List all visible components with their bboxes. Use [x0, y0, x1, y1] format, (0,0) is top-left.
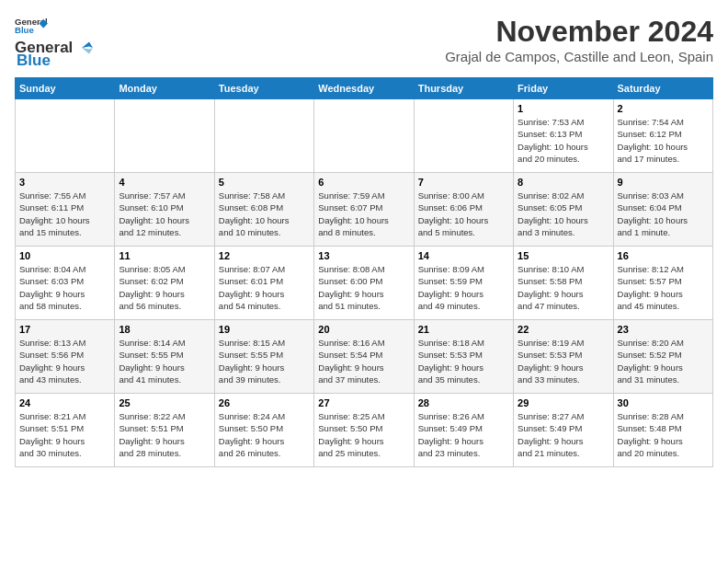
logo-bird-icon [74, 40, 97, 56]
day-number: 23 [618, 324, 709, 335]
calendar-cell: 22Sunrise: 8:19 AM Sunset: 5:53 PM Dayli… [514, 320, 613, 394]
day-info: Sunrise: 8:14 AM Sunset: 5:55 PM Dayligh… [119, 337, 210, 385]
day-number: 7 [418, 177, 509, 188]
day-info: Sunrise: 8:26 AM Sunset: 5:49 PM Dayligh… [418, 410, 509, 459]
calendar-cell: 11Sunrise: 8:05 AM Sunset: 6:02 PM Dayli… [115, 247, 214, 320]
day-info: Sunrise: 7:53 AM Sunset: 6:13 PM Dayligh… [518, 116, 609, 165]
month-title: November 2024 [445, 15, 713, 49]
calendar-day-header: Sunday [16, 78, 115, 99]
day-number: 5 [219, 177, 310, 188]
day-info: Sunrise: 8:13 AM Sunset: 5:56 PM Dayligh… [19, 337, 110, 385]
calendar-cell: 28Sunrise: 8:26 AM Sunset: 5:49 PM Dayli… [414, 394, 513, 467]
calendar-day-header: Tuesday [214, 78, 313, 99]
calendar-cell [414, 99, 513, 173]
day-number: 18 [119, 324, 210, 335]
logo-icon: General Blue [15, 15, 48, 37]
day-number: 16 [618, 250, 709, 261]
location-subtitle: Grajal de Campos, Castille and Leon, Spa… [445, 49, 713, 64]
calendar-cell: 15Sunrise: 8:10 AM Sunset: 5:58 PM Dayli… [514, 247, 613, 320]
day-number: 12 [219, 250, 310, 261]
day-info: Sunrise: 8:02 AM Sunset: 6:05 PM Dayligh… [518, 190, 609, 238]
day-info: Sunrise: 8:24 AM Sunset: 5:50 PM Dayligh… [219, 410, 310, 459]
calendar-cell: 1Sunrise: 7:53 AM Sunset: 6:13 PM Daylig… [514, 99, 613, 173]
calendar-cell: 7Sunrise: 8:00 AM Sunset: 6:06 PM Daylig… [414, 173, 513, 247]
day-info: Sunrise: 8:09 AM Sunset: 5:59 PM Dayligh… [418, 263, 509, 312]
calendar-week-row: 10Sunrise: 8:04 AM Sunset: 6:03 PM Dayli… [16, 247, 713, 320]
day-number: 17 [19, 324, 110, 335]
day-info: Sunrise: 8:28 AM Sunset: 5:48 PM Dayligh… [618, 410, 709, 459]
svg-text:Blue: Blue [15, 25, 34, 35]
day-number: 8 [518, 177, 609, 188]
calendar-day-header: Friday [514, 78, 613, 99]
calendar-cell: 27Sunrise: 8:25 AM Sunset: 5:50 PM Dayli… [314, 394, 414, 467]
calendar-week-row: 17Sunrise: 8:13 AM Sunset: 5:56 PM Dayli… [16, 320, 713, 394]
calendar-cell: 12Sunrise: 8:07 AM Sunset: 6:01 PM Dayli… [214, 247, 313, 320]
calendar-day-header: Monday [115, 78, 214, 99]
calendar-week-row: 24Sunrise: 8:21 AM Sunset: 5:51 PM Dayli… [16, 394, 713, 467]
calendar-week-row: 3Sunrise: 7:55 AM Sunset: 6:11 PM Daylig… [16, 173, 713, 247]
calendar-cell: 17Sunrise: 8:13 AM Sunset: 5:56 PM Dayli… [16, 320, 115, 394]
svg-marker-4 [82, 48, 93, 53]
calendar-cell [214, 99, 313, 173]
calendar-cell: 20Sunrise: 8:16 AM Sunset: 5:54 PM Dayli… [314, 320, 414, 394]
calendar-cell: 3Sunrise: 7:55 AM Sunset: 6:11 PM Daylig… [16, 173, 115, 247]
title-block: November 2024 Grajal de Campos, Castille… [445, 15, 713, 64]
day-number: 19 [219, 324, 310, 335]
calendar-table: SundayMondayTuesdayWednesdayThursdayFrid… [15, 77, 713, 467]
day-info: Sunrise: 8:19 AM Sunset: 5:53 PM Dayligh… [518, 337, 609, 385]
calendar-cell [314, 99, 414, 173]
day-info: Sunrise: 8:25 AM Sunset: 5:50 PM Dayligh… [318, 410, 409, 459]
day-number: 26 [219, 397, 310, 408]
day-info: Sunrise: 8:05 AM Sunset: 6:02 PM Dayligh… [119, 263, 210, 312]
calendar-cell: 23Sunrise: 8:20 AM Sunset: 5:52 PM Dayli… [613, 320, 712, 394]
calendar-cell: 30Sunrise: 8:28 AM Sunset: 5:48 PM Dayli… [613, 394, 712, 467]
calendar-cell: 8Sunrise: 8:02 AM Sunset: 6:05 PM Daylig… [514, 173, 613, 247]
calendar-cell: 5Sunrise: 7:58 AM Sunset: 6:08 PM Daylig… [214, 173, 313, 247]
day-number: 14 [418, 250, 509, 261]
day-info: Sunrise: 7:58 AM Sunset: 6:08 PM Dayligh… [219, 190, 310, 238]
calendar-cell: 21Sunrise: 8:18 AM Sunset: 5:53 PM Dayli… [414, 320, 513, 394]
calendar-cell: 29Sunrise: 8:27 AM Sunset: 5:49 PM Dayli… [514, 394, 613, 467]
day-info: Sunrise: 8:22 AM Sunset: 5:51 PM Dayligh… [119, 410, 210, 459]
day-info: Sunrise: 8:21 AM Sunset: 5:51 PM Dayligh… [19, 410, 110, 459]
day-info: Sunrise: 8:20 AM Sunset: 5:52 PM Dayligh… [618, 337, 709, 385]
calendar-cell: 18Sunrise: 8:14 AM Sunset: 5:55 PM Dayli… [115, 320, 214, 394]
calendar-day-header: Saturday [613, 78, 712, 99]
day-info: Sunrise: 7:57 AM Sunset: 6:10 PM Dayligh… [119, 190, 210, 238]
calendar-cell: 16Sunrise: 8:12 AM Sunset: 5:57 PM Dayli… [613, 247, 712, 320]
day-info: Sunrise: 7:54 AM Sunset: 6:12 PM Dayligh… [618, 116, 709, 165]
day-info: Sunrise: 8:08 AM Sunset: 6:00 PM Dayligh… [318, 263, 409, 312]
day-info: Sunrise: 8:27 AM Sunset: 5:49 PM Dayligh… [518, 410, 609, 459]
day-number: 4 [119, 177, 210, 188]
day-info: Sunrise: 8:07 AM Sunset: 6:01 PM Dayligh… [219, 263, 310, 312]
calendar-day-header: Thursday [414, 78, 513, 99]
calendar-cell: 24Sunrise: 8:21 AM Sunset: 5:51 PM Dayli… [16, 394, 115, 467]
day-number: 2 [618, 103, 709, 114]
day-info: Sunrise: 8:00 AM Sunset: 6:06 PM Dayligh… [418, 190, 509, 238]
day-number: 20 [318, 324, 409, 335]
calendar-cell [16, 99, 115, 173]
logo: General Blue General Blue [15, 15, 98, 70]
day-number: 25 [119, 397, 210, 408]
calendar-cell: 4Sunrise: 7:57 AM Sunset: 6:10 PM Daylig… [115, 173, 214, 247]
calendar-header-row: SundayMondayTuesdayWednesdayThursdayFrid… [16, 78, 713, 99]
day-number: 11 [119, 250, 210, 261]
page-header: General Blue General Blue November 2024 … [15, 15, 713, 70]
calendar-week-row: 1Sunrise: 7:53 AM Sunset: 6:13 PM Daylig… [16, 99, 713, 173]
calendar-cell [115, 99, 214, 173]
calendar-day-header: Wednesday [314, 78, 414, 99]
day-info: Sunrise: 8:10 AM Sunset: 5:58 PM Dayligh… [518, 263, 609, 312]
day-number: 3 [19, 177, 110, 188]
day-number: 6 [318, 177, 409, 188]
day-number: 15 [518, 250, 609, 261]
svg-marker-3 [82, 42, 93, 48]
calendar-cell: 10Sunrise: 8:04 AM Sunset: 6:03 PM Dayli… [16, 247, 115, 320]
day-info: Sunrise: 8:12 AM Sunset: 5:57 PM Dayligh… [618, 263, 709, 312]
day-number: 9 [618, 177, 709, 188]
day-info: Sunrise: 7:59 AM Sunset: 6:07 PM Dayligh… [318, 190, 409, 238]
day-number: 21 [418, 324, 509, 335]
calendar-cell: 14Sunrise: 8:09 AM Sunset: 5:59 PM Dayli… [414, 247, 513, 320]
day-number: 1 [518, 103, 609, 114]
calendar-cell: 2Sunrise: 7:54 AM Sunset: 6:12 PM Daylig… [613, 99, 712, 173]
day-info: Sunrise: 8:04 AM Sunset: 6:03 PM Dayligh… [19, 263, 110, 312]
